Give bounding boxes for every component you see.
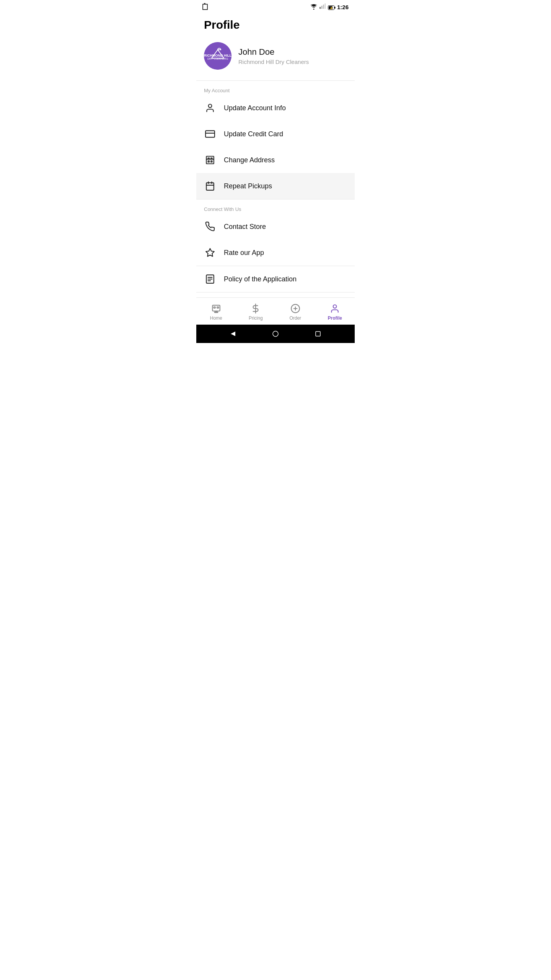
avatar: RICHMOND HILL DRY CLEANERS [204, 42, 231, 70]
svg-rect-17 [208, 161, 209, 162]
svg-rect-14 [206, 156, 214, 164]
android-home-btn[interactable] [272, 330, 279, 338]
profile-nav-label: Profile [328, 315, 342, 321]
rate-app-label: Rate our App [224, 249, 264, 257]
svg-rect-18 [211, 161, 212, 162]
svg-point-11 [209, 104, 212, 108]
building-icon [204, 154, 216, 166]
svg-point-40 [273, 331, 278, 336]
my-account-label: My Account [204, 88, 347, 93]
svg-rect-20 [206, 183, 214, 190]
status-time: 1:26 [337, 4, 349, 10]
user-name: John Doe [238, 47, 309, 57]
page-title: Profile [196, 12, 355, 39]
connect-label: Connect With Us [204, 206, 347, 212]
phone-icon [204, 220, 216, 233]
home-nav-icon [211, 303, 222, 314]
battery-icon: ⚡ [328, 5, 335, 9]
contact-store-item[interactable]: Contact Store [196, 214, 355, 240]
home-nav-label: Home [210, 315, 222, 321]
repeat-pickups-label: Repeat Pickups [224, 182, 272, 190]
svg-rect-0 [320, 7, 321, 9]
user-info: John Doe Richmond Hill Dry Cleaners [238, 47, 309, 65]
status-right: ⚡ 1:26 [310, 3, 349, 10]
svg-marker-39 [231, 332, 235, 336]
svg-text:⚡: ⚡ [329, 6, 333, 10]
policy-label: Policy of the Application [224, 275, 297, 283]
divider-4 [196, 292, 355, 292]
svg-rect-33 [217, 307, 218, 308]
android-back-btn[interactable] [229, 330, 237, 338]
contact-store-label: Contact Store [224, 223, 266, 231]
svg-rect-12 [205, 131, 215, 137]
status-bar: ⚡ 1:26 [196, 0, 355, 12]
document-icon [204, 273, 216, 285]
wifi-icon [310, 4, 317, 10]
repeat-pickups-item[interactable]: Repeat Pickups [196, 173, 355, 199]
bottom-nav: Home Pricing Order Profile [196, 297, 355, 325]
policy-item[interactable]: Policy of the Application [196, 266, 355, 292]
svg-rect-2 [323, 5, 324, 9]
profile-nav-icon [329, 303, 340, 314]
android-nav-bar [196, 325, 355, 343]
change-address-item[interactable]: Change Address [196, 147, 355, 173]
sd-card-icon [202, 4, 208, 10]
star-icon [204, 247, 216, 259]
svg-rect-1 [321, 6, 322, 9]
nav-profile[interactable]: Profile [315, 298, 355, 325]
update-credit-card-label: Update Credit Card [224, 130, 283, 138]
my-account-section: My Account [196, 81, 355, 95]
pricing-nav-label: Pricing [249, 315, 263, 321]
nav-order[interactable]: Order [276, 298, 315, 325]
svg-rect-6 [334, 7, 336, 9]
card-icon [204, 128, 216, 140]
update-account-label: Update Account Info [224, 104, 286, 112]
user-profile: RICHMOND HILL DRY CLEANERS John Doe Rich… [196, 39, 355, 80]
update-account-item[interactable]: Update Account Info [196, 95, 355, 121]
nav-pricing[interactable]: Pricing [236, 298, 276, 325]
svg-point-38 [333, 305, 337, 308]
svg-rect-3 [324, 3, 326, 9]
svg-rect-41 [316, 332, 320, 336]
svg-text:DRY CLEANERS: DRY CLEANERS [207, 57, 228, 60]
order-nav-icon [290, 303, 301, 314]
calendar-icon [204, 180, 216, 192]
signal-icon [320, 3, 326, 10]
svg-marker-24 [206, 248, 214, 256]
status-left [202, 4, 208, 10]
order-nav-label: Order [289, 315, 301, 321]
connect-section: Connect With Us [196, 199, 355, 214]
person-icon [204, 102, 216, 114]
svg-rect-32 [214, 307, 215, 308]
update-credit-card-item[interactable]: Update Credit Card [196, 121, 355, 147]
android-recents-btn[interactable] [314, 330, 322, 338]
pricing-nav-icon [250, 303, 261, 314]
rate-app-item[interactable]: Rate our App [196, 240, 355, 266]
user-subtitle: Richmond Hill Dry Cleaners [238, 59, 309, 65]
nav-home[interactable]: Home [196, 298, 236, 325]
svg-text:RICHMOND HILL: RICHMOND HILL [204, 54, 231, 57]
change-address-label: Change Address [224, 156, 275, 164]
